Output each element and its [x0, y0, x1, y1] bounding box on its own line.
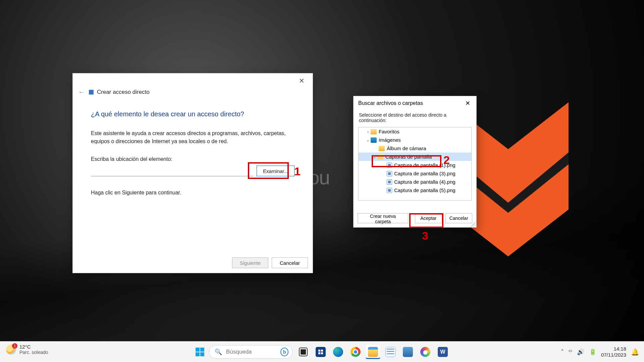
- wizard-heading: ¿A qué elemento le desea crear un acceso…: [91, 110, 294, 118]
- weather-alert-badge: 1: [12, 343, 17, 349]
- taskbar-app-notepad[interactable]: [383, 345, 397, 359]
- task-view-button[interactable]: [296, 345, 310, 359]
- tree-item-label: Álbum de cámara: [387, 145, 426, 151]
- search-input[interactable]: [226, 349, 276, 355]
- tree-item-favoritos[interactable]: › Favoritos: [359, 127, 471, 136]
- taskbar: 1 12°C Parc. soleado 🔍 b W ˄ ⌔ 🔊 🔋 14:1: [0, 341, 644, 362]
- tree-item-file[interactable]: Captura de pantalla (4).png: [359, 178, 471, 186]
- taskbar-app-explorer[interactable]: [366, 345, 380, 359]
- new-folder-button[interactable]: Crear nueva carpeta: [358, 213, 408, 223]
- tree-item-label: Captura de pantalla (4).png: [394, 179, 455, 185]
- clock-time: 14:18: [601, 346, 626, 352]
- tree-item-album[interactable]: Álbum de cámara: [359, 144, 471, 153]
- taskbar-search[interactable]: 🔍 b: [209, 345, 293, 359]
- taskbar-app-edge[interactable]: [331, 345, 345, 359]
- back-icon[interactable]: ←: [78, 88, 85, 96]
- browse-folder-dialog: Buscar archivos o carpetas ✕ Seleccione …: [353, 96, 477, 228]
- tree-item-file[interactable]: Captura de pantalla (5).png: [359, 186, 471, 194]
- weather-desc: Parc. soleado: [19, 350, 48, 355]
- image-file-icon: [387, 188, 392, 193]
- volume-icon[interactable]: 🔊: [577, 348, 584, 356]
- taskbar-app-word[interactable]: W: [436, 345, 450, 359]
- create-shortcut-wizard: ✕ ← Crear acceso directo ¿A qué elemento…: [72, 73, 313, 273]
- clock-date: 07/11/2023: [601, 352, 626, 358]
- folder-icon: [371, 129, 377, 134]
- image-file-icon: [387, 171, 392, 176]
- tree-item-imagenes[interactable]: ⌄ Imágenes: [359, 136, 471, 144]
- accept-button[interactable]: Aceptar: [415, 213, 442, 223]
- taskbar-app-chrome[interactable]: [348, 345, 363, 359]
- wifi-icon[interactable]: ⌔: [569, 348, 572, 355]
- tree-item-file[interactable]: Captura de pantalla (1).png: [359, 161, 471, 169]
- close-icon[interactable]: ✕: [463, 99, 473, 108]
- wizard-titlebar: Crear acceso directo: [89, 89, 150, 96]
- folder-tree[interactable]: › Favoritos ⌄ Imágenes Álbum de cámara ⌄…: [358, 127, 472, 201]
- cancel-button[interactable]: Cancelar: [445, 213, 472, 223]
- taskbar-app-generic1[interactable]: [401, 345, 415, 359]
- wizard-description: Este asistente le ayuda a crear accesos …: [91, 129, 294, 145]
- close-icon[interactable]: ✕: [296, 75, 308, 86]
- search-icon: 🔍: [215, 348, 222, 356]
- taskbar-app-paint[interactable]: [418, 345, 432, 359]
- weather-icon: 1: [6, 345, 16, 355]
- image-file-icon: [387, 179, 392, 185]
- tree-item-label: Imágenes: [379, 137, 401, 143]
- image-file-icon: [387, 163, 392, 168]
- folder-icon: [379, 146, 385, 151]
- notifications-icon[interactable]: 🔔: [631, 348, 639, 356]
- chevron-down-icon[interactable]: ⌄: [372, 155, 377, 159]
- windows-logo-icon: [196, 348, 204, 356]
- wizard-title: Crear acceso directo: [97, 89, 150, 96]
- bing-chat-icon[interactable]: b: [280, 348, 288, 356]
- taskbar-app-store[interactable]: [314, 345, 328, 359]
- shortcut-icon: [89, 90, 94, 95]
- tree-item-label: Capturas de pantalla: [385, 154, 432, 160]
- browse-button[interactable]: Examinar...: [257, 166, 294, 176]
- resize-grip-icon[interactable]: [471, 222, 476, 227]
- tree-item-file[interactable]: Captura de pantalla (3).png: [359, 169, 471, 178]
- browse-instruction: Seleccione el destino del acceso directo…: [354, 110, 476, 127]
- battery-icon[interactable]: 🔋: [589, 348, 596, 356]
- browse-dialog-title: Buscar archivos o carpetas: [358, 100, 423, 106]
- taskbar-clock[interactable]: 14:18 07/11/2023: [601, 346, 626, 358]
- weather-widget[interactable]: 1 12°C Parc. soleado: [6, 344, 48, 355]
- next-button[interactable]: Siguiente: [232, 257, 268, 268]
- tree-item-label: Captura de pantalla (3).png: [394, 171, 455, 176]
- path-label: Escriba la ubicación del elemento:: [91, 156, 294, 162]
- chevron-down-icon[interactable]: ⌄: [365, 138, 371, 142]
- wizard-hint: Haga clic en Siguiente para continuar.: [91, 190, 294, 196]
- weather-temp: 12°C: [19, 344, 48, 350]
- tree-item-capturas[interactable]: ⌄ Capturas de pantalla: [359, 153, 471, 161]
- tree-item-label: Favoritos: [379, 129, 399, 134]
- folder-open-icon: [377, 154, 383, 160]
- tray-overflow-icon[interactable]: ˄: [561, 348, 564, 356]
- path-input[interactable]: [91, 166, 253, 176]
- start-button[interactable]: [194, 346, 206, 358]
- chevron-right-icon[interactable]: ›: [365, 129, 371, 134]
- tree-item-label: Captura de pantalla (5).png: [394, 187, 455, 193]
- pictures-icon: [371, 137, 377, 143]
- cancel-button[interactable]: Cancelar: [272, 257, 308, 268]
- tree-item-label: Captura de pantalla (1).png: [394, 162, 455, 168]
